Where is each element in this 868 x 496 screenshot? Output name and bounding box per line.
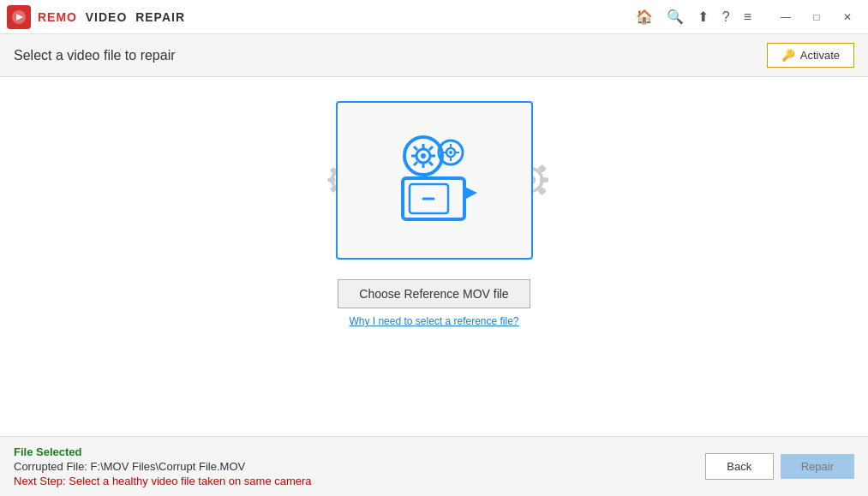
svg-line-20 <box>429 162 433 165</box>
activate-button[interactable]: 🔑 Activate <box>767 43 854 68</box>
center-box <box>336 101 533 260</box>
home-icon[interactable]: 🏠 <box>636 9 653 25</box>
svg-rect-39 <box>539 177 548 182</box>
choose-reference-button[interactable]: Choose Reference MOV file <box>338 279 530 308</box>
bottom-buttons: Back Repair <box>705 453 854 480</box>
svg-marker-33 <box>464 187 477 200</box>
corrupted-file-text: Corrupted File: F:\MOV Files\Corrupt Fil… <box>14 460 312 473</box>
key-icon: 🔑 <box>781 49 795 62</box>
menu-icon[interactable]: ≡ <box>744 9 751 25</box>
close-button[interactable]: ✕ <box>834 5 861 29</box>
activate-label: Activate <box>800 49 840 62</box>
title-bar-right: 🏠 🔍 ⬆ ? ≡ — □ ✕ <box>636 5 861 29</box>
app-logo <box>7 5 31 29</box>
minimize-button[interactable]: — <box>772 5 799 29</box>
page-title: Select a video file to repair <box>14 48 176 63</box>
bottom-info: File Selected Corrupted File: F:\MOV Fil… <box>14 445 312 487</box>
app-title-repair: REPAIR <box>135 10 185 24</box>
illustration <box>306 94 563 266</box>
title-bar-left: remo VIDEO REPAIR <box>7 5 185 29</box>
next-step-text: Next Step: Select a healthy video file t… <box>14 475 312 487</box>
reference-link[interactable]: Why I need to select a reference file? <box>349 315 518 327</box>
repair-button[interactable]: Repair <box>781 454 854 479</box>
window-controls: — □ ✕ <box>772 5 861 29</box>
svg-point-25 <box>449 151 452 154</box>
app-title: remo VIDEO REPAIR <box>38 10 185 24</box>
back-button[interactable]: Back <box>705 453 774 480</box>
svg-rect-6 <box>327 177 335 182</box>
camera-icon <box>379 128 490 231</box>
bottom-bar: File Selected Corrupted File: F:\MOV Fil… <box>0 436 868 496</box>
app-title-text: VIDEO <box>86 10 128 24</box>
search-icon[interactable]: 🔍 <box>667 9 684 25</box>
svg-point-14 <box>421 153 426 158</box>
file-selected-label: File Selected <box>14 445 312 458</box>
app-brand: remo <box>38 10 77 24</box>
maximize-button[interactable]: □ <box>803 5 830 29</box>
main-content: Choose Reference MOV file Why I need to … <box>0 77 868 436</box>
header-bar: Select a video file to repair 🔑 Activate <box>0 34 868 77</box>
svg-line-19 <box>414 146 417 150</box>
title-bar: remo VIDEO REPAIR 🏠 🔍 ⬆ ? ≡ — □ ✕ <box>0 0 868 34</box>
svg-line-21 <box>429 146 433 150</box>
svg-line-22 <box>414 162 417 165</box>
help-icon[interactable]: ? <box>722 9 730 25</box>
share-icon[interactable]: ⬆ <box>697 9 709 25</box>
